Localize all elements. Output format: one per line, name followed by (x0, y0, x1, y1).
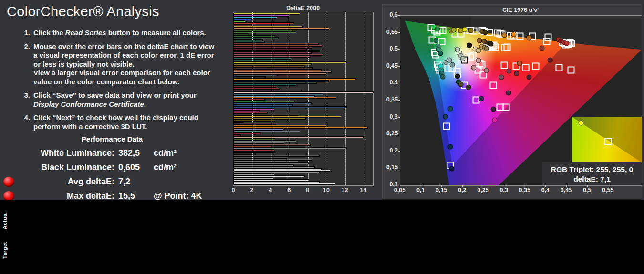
cie-target-square (532, 63, 539, 70)
deltae-error-bar[interactable] (234, 157, 287, 158)
deltae-error-bar[interactable] (234, 129, 283, 130)
deltae-error-bar[interactable] (234, 111, 259, 112)
deltae-error-bar[interactable] (234, 182, 319, 183)
deltae-error-bar[interactable] (234, 56, 310, 57)
deltae-error-bar[interactable] (234, 17, 277, 18)
cie-target-square (496, 104, 503, 111)
cie-measured-point (447, 57, 452, 62)
deltae-error-bar[interactable] (234, 101, 294, 102)
x-tick-label: 0,05 (394, 187, 405, 193)
deltae-error-bar[interactable] (234, 116, 341, 117)
deltae-error-bar[interactable] (234, 142, 284, 143)
deltae-error-bar[interactable] (234, 99, 264, 100)
deltae-error-bar[interactable] (234, 23, 293, 24)
deltae-error-bar[interactable] (234, 112, 267, 113)
instruction-item: 1.Click the Read Series button to measur… (22, 29, 218, 38)
deltae-error-bar[interactable] (234, 103, 311, 104)
deltae-error-bar[interactable] (234, 150, 274, 151)
deltae-error-bar[interactable] (234, 52, 311, 53)
deltae-error-bar[interactable] (234, 176, 304, 177)
deltae-error-bar[interactable] (234, 73, 326, 74)
deltae-error-bar[interactable] (234, 82, 316, 83)
deltae-error-bar[interactable] (234, 28, 329, 29)
deltae-error-bar[interactable] (234, 25, 251, 26)
deltae-error-bar[interactable] (234, 40, 262, 41)
deltae-error-bar[interactable] (234, 170, 330, 171)
deltae-error-bar[interactable] (234, 133, 260, 134)
deltae-error-bar[interactable] (234, 41, 264, 42)
deltae-error-bar[interactable] (234, 152, 275, 152)
deltae-error-bar[interactable] (234, 32, 296, 33)
deltae-error-bar[interactable] (234, 66, 304, 67)
x-tick-mark (421, 185, 421, 187)
deltae-error-bar[interactable] (234, 137, 363, 138)
deltae-error-bar[interactable] (234, 165, 293, 166)
deltae-error-bar[interactable] (234, 77, 265, 78)
deltae-error-bar[interactable] (234, 38, 278, 39)
y-tick-label: 0,15 (384, 164, 398, 171)
deltae-error-bar[interactable] (234, 45, 322, 46)
deltae-error-bar[interactable] (234, 86, 277, 87)
deltae-error-bar[interactable] (234, 21, 245, 22)
deltae-error-bar[interactable] (234, 144, 310, 145)
deltae-error-bar[interactable] (234, 68, 312, 69)
deltae-error-bar[interactable] (234, 141, 296, 142)
deltae-error-bar[interactable] (234, 105, 292, 106)
deltae-error-bar[interactable] (234, 84, 296, 85)
deltae-error-bar[interactable] (234, 118, 305, 119)
deltae-error-bar[interactable] (234, 125, 326, 126)
deltae-error-bar[interactable] (234, 123, 277, 124)
performance-row: Avg deltaE:7,2 (0, 174, 224, 189)
colorchecker-analysis-screen: ColorChecker® Analysis 1.Click the Read … (0, 0, 644, 274)
deltae-error-bar[interactable] (234, 30, 292, 31)
deltae-error-bar[interactable] (234, 159, 312, 160)
deltae-error-bar[interactable] (234, 109, 274, 110)
deltae-error-bar[interactable] (234, 19, 251, 20)
deltae-error-bar[interactable] (234, 54, 323, 55)
deltae-error-bar[interactable] (234, 174, 274, 175)
deltae-error-bar[interactable] (234, 60, 289, 61)
deltae-error-bar[interactable] (234, 120, 275, 121)
deltae-error-bar[interactable] (234, 88, 279, 89)
cie-target-square (517, 32, 524, 40)
deltae-error-bar[interactable] (234, 178, 273, 179)
deltae-error-bar[interactable] (234, 172, 319, 173)
cie-measured-point (490, 106, 496, 112)
deltae-error-bar[interactable] (234, 96, 314, 97)
x-tick-label: 10 (322, 186, 329, 193)
deltae-error-bar[interactable] (234, 153, 252, 154)
deltae-error-bar[interactable] (234, 92, 373, 93)
deltae-error-bar[interactable] (234, 15, 289, 16)
deltae-error-bar[interactable] (234, 94, 323, 95)
deltae-error-bar[interactable] (234, 58, 291, 59)
deltae-error-bar[interactable] (234, 64, 311, 65)
deltae-error-bar[interactable] (234, 97, 336, 98)
deltae-error-bar[interactable] (234, 81, 329, 81)
deltae-error-bar[interactable] (234, 139, 275, 140)
cie-measured-point (440, 74, 445, 80)
deltae-error-bar[interactable] (234, 34, 249, 35)
deltae-error-bar[interactable] (234, 49, 306, 50)
deltae-error-bar[interactable] (234, 161, 298, 162)
cie-measured-point (506, 90, 511, 95)
y-tick-mark (398, 15, 400, 16)
deltae-error-bar[interactable] (234, 71, 331, 72)
y-tick-label: 0,35 (384, 96, 398, 103)
deltae-error-bar[interactable] (234, 51, 319, 51)
deltae-error-bar[interactable] (234, 26, 302, 27)
x-tick-label: 14 (360, 186, 366, 193)
deltae-error-bar[interactable] (234, 36, 275, 37)
cie-measured-point (450, 62, 455, 68)
deltae-error-bar[interactable] (234, 90, 301, 91)
deltae-error-bar[interactable] (234, 183, 335, 184)
cie-measured-point (462, 27, 467, 32)
deltae-error-bar[interactable] (234, 135, 240, 136)
deltae-error-bar[interactable] (234, 155, 319, 156)
deltae-error-bar[interactable] (234, 127, 367, 128)
deltae-error-bar[interactable] (234, 167, 314, 168)
y-tick-mark (398, 83, 400, 83)
deltae-error-bar[interactable] (234, 43, 318, 44)
deltae-error-bar[interactable] (234, 47, 312, 48)
deltae-error-bar[interactable] (234, 122, 243, 122)
y-tick-mark (398, 117, 400, 118)
